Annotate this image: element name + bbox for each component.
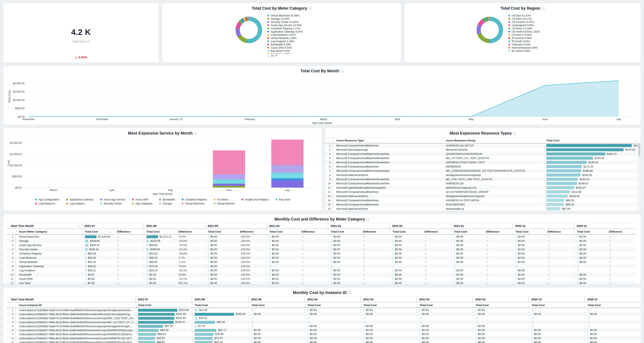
region-donut[interactable] — [476, 17, 503, 43]
total-cost-header[interactable]: Total Cost — [390, 229, 422, 234]
legend-item[interactable]: US West 19.17% — [508, 17, 569, 20]
month-header[interactable]: 2021-01 — [451, 223, 512, 229]
total-cost-header[interactable]: Total Cost — [205, 229, 237, 234]
month-header[interactable]: 2021-02 — [390, 223, 451, 229]
month-header[interactable]: 2021-06 — [144, 223, 205, 229]
legend-item[interactable]: Bandwidth 0.19% — [267, 43, 328, 46]
scrollbar-thumb[interactable] — [638, 143, 640, 156]
total-cost-header[interactable]: Total Cost⌄ — [82, 229, 114, 234]
stacked-bar[interactable] — [154, 138, 186, 188]
legend-item[interactable]: App Configuration — [35, 198, 59, 201]
start-time-month-header[interactable]: Start Time Month‹ — [6, 223, 82, 229]
legend-item[interactable]: US East 51.37% — [508, 14, 569, 17]
total-cost-header[interactable]: Total Cost — [192, 302, 249, 308]
total-cost-header[interactable]: Total Cost — [585, 302, 641, 308]
difference-header[interactable]: Difference — [114, 229, 144, 234]
stacked-bar[interactable] — [96, 138, 128, 188]
month-header[interactable]: 2021-03 — [360, 297, 417, 303]
row-dimension-header[interactable]: Azure Meter Category — [16, 229, 82, 234]
legend-item[interactable]: Functions — [214, 198, 235, 201]
stacked-bar[interactable] — [38, 138, 70, 188]
legend-item[interactable]: Application Gateway — [66, 198, 94, 201]
legend-item[interactable]: Azure App Service 10.00% — [267, 23, 328, 27]
sort-chevron-icon[interactable]: ⌄ — [109, 230, 111, 233]
page-up-icon[interactable]: ▲ — [267, 55, 270, 57]
legend-item[interactable]: Virtual Machines — [182, 202, 207, 205]
legend-item[interactable]: Virtual Machines 52.88% — [267, 14, 328, 17]
difference-header[interactable]: Difference — [299, 229, 328, 234]
info-icon[interactable]: ⓘ — [348, 291, 351, 294]
legend-item[interactable]: IN South 0.04% — [508, 39, 569, 43]
legend-item[interactable]: Insight and Analytics — [242, 198, 269, 201]
total-cost-header[interactable]: Total Cost — [473, 302, 529, 308]
legend-item[interactable]: US Central 12.47% — [508, 20, 569, 23]
month-header[interactable]: 2020-12 — [512, 223, 574, 229]
legend-item[interactable]: Bandwidth — [159, 198, 175, 201]
legend-item[interactable]: Unknown 0.03% — [508, 43, 569, 46]
month-header[interactable]: 2021-02 — [417, 297, 473, 303]
legend-item[interactable]: Load Balancer — [35, 202, 59, 205]
month-header[interactable]: 2021-06 — [192, 297, 249, 303]
legend-item[interactable]: US East 2 0.94% — [508, 33, 569, 36]
total-cost-by-month-plot[interactable]: $0.00$500.00$1,000.00$1,500.00$2,000.00N… — [27, 76, 636, 117]
legend-item[interactable]: Security Center — [100, 202, 125, 205]
info-icon[interactable]: ⓘ — [542, 7, 545, 10]
difference-header[interactable]: Difference — [422, 229, 451, 234]
info-icon[interactable]: ⓘ — [366, 218, 370, 221]
legend-item[interactable]: Virtual Network 2.46% — [267, 36, 328, 39]
month-header[interactable]: 2021-07 — [82, 223, 144, 229]
page-down-icon[interactable]: ▼ — [275, 55, 278, 57]
chevron-left-icon[interactable]: ‹ — [132, 298, 133, 301]
month-header[interactable]: 2021-05 — [205, 223, 266, 229]
column-header-resource-group[interactable]: Azure Resource Group — [442, 138, 543, 143]
month-header[interactable]: 2021-04 — [304, 297, 360, 303]
info-icon[interactable]: ⓘ — [340, 69, 344, 73]
legend-item[interactable]: US West 2 5.18% — [508, 27, 569, 30]
total-cost-header[interactable]: Total Cost — [574, 229, 606, 234]
legend-item[interactable]: Container Registry 3.17% — [267, 27, 328, 30]
difference-header[interactable]: Difference — [606, 229, 636, 234]
difference-header[interactable]: Difference — [176, 229, 205, 234]
total-cost-header[interactable]: Total Cost — [248, 302, 304, 308]
legend-item[interactable]: Load Balancer 2.67% — [267, 33, 328, 36]
total-cost-header[interactable]: Total Cost — [512, 229, 545, 234]
service-by-month-plot[interactable]: $0.00$500.00$1,000.00$1,500.00$2,000.00M… — [24, 138, 316, 188]
legend-item[interactable]: Container Registry — [182, 198, 207, 201]
legend-item[interactable]: Log Analytics 1.34% — [267, 39, 328, 43]
info-icon[interactable]: ⓘ — [87, 39, 90, 43]
sort-chevron-icon[interactable]: ⌄ — [635, 139, 638, 142]
total-cost-header[interactable]: Total Cost — [529, 302, 585, 308]
month-header[interactable]: 2021-01 — [473, 297, 529, 303]
difference-header[interactable]: Difference — [483, 229, 512, 234]
total-cost-header[interactable]: Total Cost — [144, 229, 176, 234]
info-icon[interactable]: ⓘ — [308, 7, 312, 10]
total-cost-header[interactable]: Total Cost — [328, 229, 360, 234]
legend-item[interactable]: EU West 0.00% — [508, 49, 569, 52]
month-header[interactable]: 2021-05 — [248, 297, 304, 303]
legend-item[interactable]: IN Central 0.06% — [508, 36, 569, 39]
info-icon[interactable]: ⓘ — [194, 132, 197, 135]
difference-header[interactable]: Difference — [360, 229, 390, 234]
legend-item[interactable]: Log Analytics — [66, 202, 94, 205]
legend-item[interactable]: Azure DNS — [132, 198, 152, 201]
column-header-resource-type[interactable]: Azure Resource Type — [333, 138, 442, 143]
legend-item[interactable]: Storage — [159, 202, 175, 205]
legend-item[interactable]: Azure DNS 0.03% — [267, 46, 328, 49]
legend-item[interactable]: Key Vault 0.02% — [267, 49, 328, 52]
total-cost-header[interactable]: Total Cost — [304, 302, 360, 308]
stacked-bar[interactable] — [213, 138, 245, 188]
meter-category-donut[interactable] — [236, 17, 262, 43]
month-header[interactable]: 2020-11 — [585, 297, 641, 303]
legend-item[interactable]: Azure App Service — [100, 198, 125, 201]
total-cost-header[interactable]: Total Cost — [360, 302, 417, 308]
column-header-total-cost[interactable]: Total Cost⌄ — [543, 138, 641, 143]
info-icon[interactable]: ⓘ — [513, 132, 516, 135]
vertical-scrollbar[interactable] — [638, 143, 640, 210]
total-cost-header[interactable]: Total Cost — [417, 302, 473, 308]
total-cost-header[interactable]: Total Cost — [451, 229, 483, 234]
month-header[interactable]: 2020-12 — [529, 297, 585, 303]
legend-item[interactable]: Application Gateway 3.00% — [267, 30, 328, 33]
legend-item[interactable]: US North Central 1.82% — [508, 30, 569, 33]
total-cost-header[interactable]: Total Cost — [266, 229, 299, 234]
difference-header[interactable]: Difference — [237, 229, 266, 234]
